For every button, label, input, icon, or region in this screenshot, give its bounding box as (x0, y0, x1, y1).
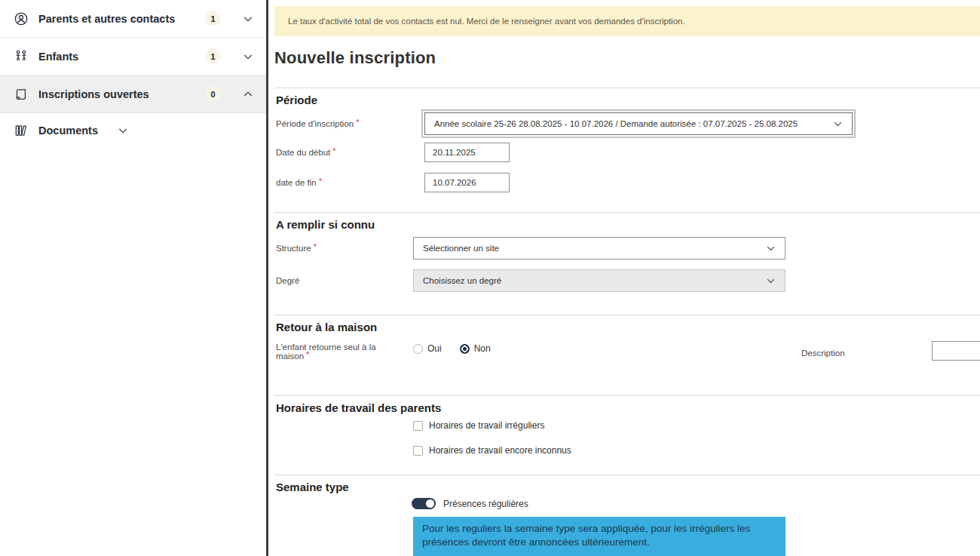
person-circle-icon (14, 11, 29, 26)
required-marker: * (356, 118, 359, 127)
chevron-down-icon (117, 124, 129, 137)
date-fin-input[interactable] (424, 173, 510, 192)
chevron-down-icon (765, 275, 776, 287)
required-marker: * (332, 146, 335, 155)
books-icon (14, 123, 29, 138)
scroll-icon (14, 87, 29, 102)
field-label: Période d'inscription* (274, 119, 424, 128)
sidebar-item-label: Inscriptions ouvertes (38, 88, 149, 100)
retourne-seul-radio-group: Oui Non (413, 339, 491, 354)
sidebar-item-parents[interactable]: Parents et autres contacts 1 (0, 0, 266, 38)
required-marker: * (319, 177, 322, 186)
radio-option-oui[interactable]: Oui (413, 343, 442, 354)
degre-select[interactable]: Choisissez un degré (413, 269, 786, 292)
field-row-structure: Structure* Sélectionner un site (274, 237, 980, 260)
chevron-up-icon (242, 88, 254, 100)
section-title: Retour à la maison (274, 315, 980, 333)
sidebar: Parents et autres contacts 1 Enfants 1 (0, 0, 266, 556)
toggle-knob (426, 499, 434, 508)
sidebar-item-label: Documents (38, 124, 98, 137)
checkbox-row-inconnus: Horaires de travail encore inconnus (274, 445, 980, 456)
info-message: Pour les reguliers la semaine type sera … (413, 517, 786, 556)
section-title: Période (274, 88, 980, 106)
section-periode: Période Période d'inscription* Année sco… (274, 88, 980, 212)
field-label: Structure* (274, 244, 413, 253)
section-semaine-type: Semaine type Présences régulières Pour l… (274, 475, 980, 556)
main-content: Le taux d'activité total de vos contacts… (268, 0, 980, 556)
field-row-degre: Degré Choisissez un degré (274, 269, 980, 292)
sidebar-item-enfants[interactable]: Enfants 1 (0, 38, 266, 75)
field-label: L'enfant retourne seul à la maison* (274, 339, 413, 361)
field-row-periode-inscription: Période d'inscription* Année scolaire 25… (274, 112, 980, 135)
count-badge: 1 (205, 48, 221, 64)
periode-inscription-select[interactable]: Année scolaire 25-26 28.08.2025 - 10.07.… (424, 112, 853, 135)
description-label: Description (801, 349, 845, 358)
count-badge: 0 (205, 86, 221, 102)
page-title: Nouvelle inscription (274, 48, 980, 68)
presences-toggle[interactable] (412, 498, 436, 509)
radio-option-non[interactable]: Non (460, 343, 491, 354)
field-row-date-fin: date de fin* (274, 173, 980, 192)
radio-icon (413, 344, 423, 354)
required-marker: * (306, 350, 309, 359)
count-badge: 1 (205, 11, 221, 26)
section-title: A remplir si connu (274, 213, 980, 231)
radio-checked-icon (460, 344, 470, 354)
field-label: Date du début* (274, 148, 424, 157)
chevron-down-icon (832, 118, 844, 130)
toggle-row-presences: Présences régulières (274, 498, 980, 509)
section-retour: Retour à la maison L'enfant retourne seu… (274, 315, 980, 395)
field-row-date-debut: Date du début* (274, 143, 980, 162)
section-horaires: Horaires de travail des parents Horaires… (274, 395, 980, 475)
description-input[interactable] (932, 341, 980, 361)
sidebar-item-documents[interactable]: Documents (0, 113, 266, 148)
chevron-down-icon (242, 51, 254, 63)
warning-banner: Le taux d'activité total de vos contacts… (274, 6, 980, 36)
checkbox-row-irreguliers: Horaires de travail irréguliers (274, 420, 980, 431)
chevron-down-icon (765, 243, 776, 254)
field-label: date de fin* (274, 178, 424, 187)
field-label: Degré (274, 276, 413, 285)
sidebar-item-inscriptions-ouvertes[interactable]: Inscriptions ouvertes 0 (0, 75, 266, 113)
checkbox-irreguliers[interactable] (413, 421, 423, 431)
inscription-form: Période Période d'inscription* Année sco… (274, 88, 980, 556)
chevron-down-icon (242, 13, 254, 25)
sidebar-item-label: Enfants (38, 51, 78, 63)
section-title: Semaine type (274, 475, 980, 493)
required-marker: * (314, 242, 317, 251)
section-title: Horaires de travail des parents (274, 396, 980, 414)
checkbox-inconnus[interactable] (413, 446, 423, 456)
structure-select[interactable]: Sélectionner un site (413, 237, 786, 260)
field-row-retourne-seul: L'enfant retourne seul à la maison* Oui … (274, 339, 980, 374)
section-a-remplir: A remplir si connu Structure* Sélectionn… (274, 212, 980, 315)
date-debut-input[interactable] (424, 143, 510, 162)
children-icon (14, 49, 29, 64)
sidebar-item-label: Parents et autres contacts (38, 13, 175, 25)
